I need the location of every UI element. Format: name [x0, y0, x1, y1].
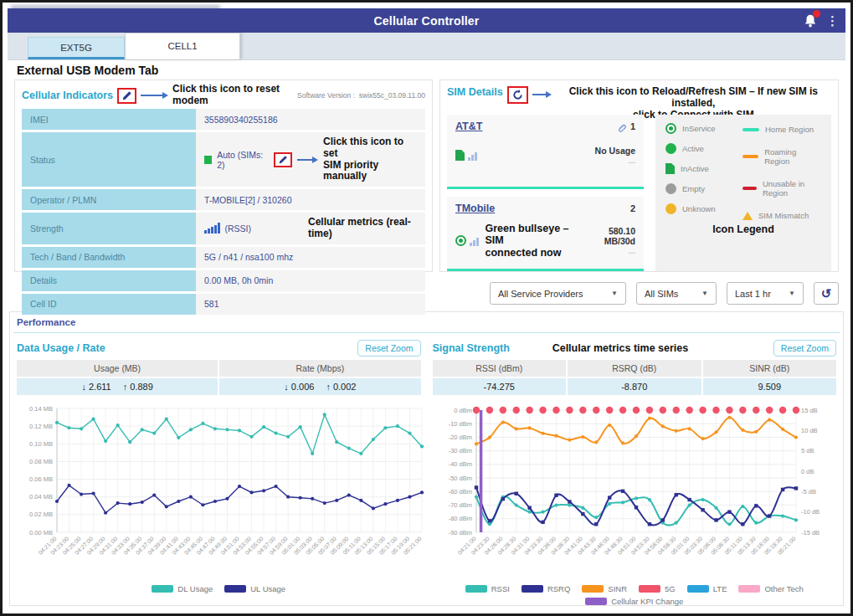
- unusable-region-icon: [743, 187, 757, 190]
- notification-bell-icon[interactable]: [803, 13, 818, 28]
- legend-item-ul-usage[interactable]: UL Usage: [224, 584, 285, 593]
- rsrq-col-header: RSRQ (dB): [568, 360, 701, 378]
- svg-text:5 dB: 5 dB: [801, 447, 814, 454]
- icon-legend-panel: InService Active InActive Empty Unknown …: [655, 115, 831, 271]
- annotation-realtime-metrics: Cellular metrics (real-time): [308, 217, 417, 240]
- legend-roaming-region: Roaming Region: [743, 147, 821, 166]
- annotation-box: [117, 88, 136, 104]
- svg-text:0 dBm: 0 dBm: [454, 407, 472, 414]
- sims-dropdown[interactable]: All SIMs▼: [636, 282, 717, 305]
- legend-item-rsrq[interactable]: RSRQ: [522, 584, 570, 593]
- signal-strength-bars-icon: [204, 223, 220, 234]
- sim-priority-pencil-icon[interactable]: [278, 155, 288, 165]
- legend-swatch: [224, 585, 246, 593]
- legend-inservice: InService: [665, 123, 743, 134]
- sim-usage-sub: ...: [580, 246, 635, 255]
- reset-zoom-button[interactable]: Reset Zoom: [357, 340, 420, 357]
- signal-chart-svg[interactable]: 0 dBm-10 dBm-20 dBm-30 dBm-40 dBm-50 dBm…: [433, 402, 833, 579]
- legend-item-lte[interactable]: LTE: [687, 584, 727, 593]
- menu-kebab-icon[interactable]: ⋮: [826, 14, 839, 27]
- svg-text:-50 dBm: -50 dBm: [448, 475, 471, 482]
- status-green-indicator: [204, 156, 212, 164]
- legend-item-5g[interactable]: 5G: [639, 584, 676, 593]
- svg-text:-60 dBm: -60 dBm: [448, 488, 471, 495]
- inservice-icon: [665, 123, 676, 134]
- annotation-arrow: [141, 92, 168, 99]
- signal-strength-section: Signal Strength Cellular metrics time se…: [433, 338, 837, 606]
- sim-reload-icon[interactable]: [511, 89, 524, 101]
- sim-usage-sub: ...: [595, 156, 635, 165]
- legend-sim-mismatch: SIM Mismatch: [743, 211, 821, 220]
- cellular-indicators-table: IMEI355890340255186 Status Auto (SIMs: 2…: [22, 106, 425, 317]
- home-region-icon: [743, 128, 759, 131]
- usage-chart[interactable]: 0.00 MB0.02 MB0.04 MB0.06 MB0.08 MB0.10 …: [17, 402, 421, 583]
- sim-inactive-icon: [455, 150, 465, 161]
- roaming-region-icon: [743, 155, 758, 158]
- unknown-icon: [665, 203, 676, 214]
- refresh-charts-button[interactable]: ↺: [814, 282, 839, 305]
- table-row: Status Auto (SIMs: 2) Click this icon to…: [22, 132, 425, 187]
- link-icon: [616, 121, 627, 132]
- legend-item-cellular-kpi-change[interactable]: Cellular KPI Change: [585, 597, 683, 606]
- tab-cell1[interactable]: CELL1: [125, 33, 240, 59]
- legend-item-other-tech[interactable]: Other Tech: [738, 584, 803, 593]
- legend-swatch: [687, 585, 709, 593]
- up-arrow-icon: ↑: [326, 382, 331, 392]
- signal-chart-legend-row2: Cellular KPI Change: [433, 597, 837, 606]
- svg-text:15 dB: 15 dB: [801, 407, 818, 414]
- svg-text:-10 dBm: -10 dBm: [448, 420, 471, 428]
- performance-title: Performance: [17, 317, 836, 327]
- legend-item-dl-usage[interactable]: DL Usage: [152, 584, 213, 593]
- sim-details-title: SIM Details: [447, 86, 503, 98]
- sim-card-name-link[interactable]: TMobile: [455, 203, 495, 214]
- tab-bar: EXT5G CELL1: [8, 33, 845, 60]
- sim-inservice-bullseye-icon: [455, 235, 466, 246]
- inactive-icon: [665, 163, 675, 174]
- sim-secondary-icon: [470, 235, 479, 246]
- legend-active: Active: [665, 143, 743, 154]
- cellular-controller-page: Cellular Controller ⋮ EXT5G CELL1 Extern…: [0, 0, 853, 616]
- svg-text:-5 dB: -5 dB: [801, 488, 816, 495]
- rssi-value: -74.275: [433, 378, 567, 395]
- table-row: Cell ID581: [22, 294, 425, 315]
- reset-zoom-button[interactable]: Reset Zoom: [773, 340, 836, 357]
- svg-text:0 dB: 0 dB: [801, 468, 814, 475]
- tab-ext5g[interactable]: EXT5G: [28, 37, 125, 59]
- sim-secondary-icon: [468, 150, 477, 161]
- legend-swatch: [465, 585, 487, 593]
- svg-text:0.06 MB: 0.06 MB: [29, 475, 53, 483]
- legend-swatch: [585, 598, 607, 605]
- usage-stats-table: Usage (MB) ↓ 2.611↑ 0.889 Rate (Mbps) ↓ …: [17, 360, 421, 395]
- svg-text:-90 dBm: -90 dBm: [448, 529, 471, 536]
- legend-item-sinr[interactable]: SINR: [582, 584, 627, 593]
- signal-chart[interactable]: 0 dBm-10 dBm-20 dBm-30 dBm-40 dBm-50 dBm…: [433, 402, 837, 583]
- chevron-down-icon: ▼: [611, 290, 618, 297]
- legend-inactive: InActive: [665, 163, 743, 174]
- sim-card-att[interactable]: AT&T 1 No Usage: [447, 115, 644, 189]
- reset-modem-pencil-icon[interactable]: [121, 90, 132, 101]
- table-row: Tech / Band / Bandwidth5G / n41 / nsa100…: [22, 247, 425, 268]
- software-version: Software Version : swix55c_03.09.11.00: [297, 91, 425, 100]
- sim-card-tmobile[interactable]: TMobile 2 Green bullseye – SIM connected…: [447, 197, 644, 271]
- cellular-indicators-panel: Cellular Indicators Click this icon to r…: [14, 80, 433, 272]
- page-heading: External USB Modem Tab: [17, 64, 850, 77]
- up-arrow-icon: ↑: [123, 382, 128, 392]
- service-provider-dropdown[interactable]: All Service Providers▼: [490, 282, 626, 305]
- sinr-value: 9.509: [703, 378, 837, 395]
- annotation-arrow: [532, 91, 552, 98]
- rsrq-value: -8.870: [568, 378, 701, 395]
- time-range-dropdown[interactable]: Last 1 hr▼: [727, 282, 804, 305]
- data-usage-title: Data Usage / Rate: [17, 342, 105, 354]
- sim-card-name-link[interactable]: AT&T: [455, 121, 482, 132]
- svg-text:0.12 MB: 0.12 MB: [29, 423, 53, 430]
- table-row: Strength (RSSI) Cellular metrics (real-t…: [22, 213, 425, 244]
- usage-col-header: Usage (MB): [17, 360, 218, 378]
- chevron-down-icon: ▼: [789, 290, 795, 297]
- legend-item-rssi[interactable]: RSSI: [465, 584, 510, 593]
- legend-swatch: [738, 585, 760, 593]
- table-row: Operator / PLMNT-MOBILE[2] / 310260: [22, 189, 425, 210]
- usage-chart-svg[interactable]: 0.00 MB0.02 MB0.04 MB0.06 MB0.08 MB0.10 …: [17, 402, 430, 579]
- sinr-col-header: SINR (dB): [703, 360, 837, 378]
- svg-text:-30 dBm: -30 dBm: [448, 447, 471, 454]
- down-arrow-icon: ↓: [284, 382, 289, 392]
